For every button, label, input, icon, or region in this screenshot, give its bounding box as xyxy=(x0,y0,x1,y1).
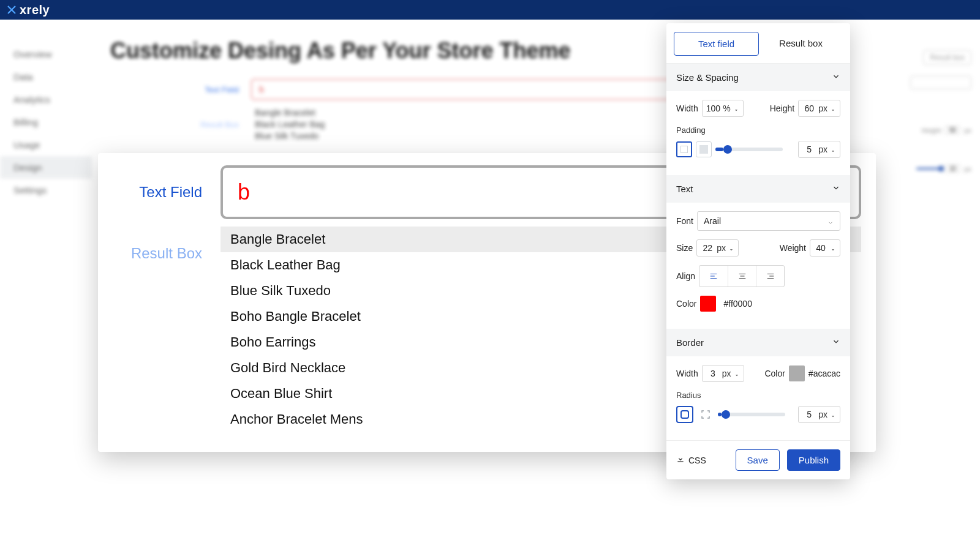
border-color-value: #acacac xyxy=(809,369,840,378)
height-input[interactable]: 60 px xyxy=(798,100,840,117)
sidebar-item-settings[interactable]: Settings xyxy=(0,179,92,201)
top-bar: xrely xyxy=(0,0,980,20)
chevron-down-icon xyxy=(832,184,840,194)
width-label: Width xyxy=(676,103,698,113)
download-css-button[interactable]: CSS xyxy=(676,455,706,465)
section-title: Size & Spacing xyxy=(676,72,739,83)
text-color-input[interactable]: #ff0000 xyxy=(720,296,755,312)
sidebar-item-data[interactable]: Data xyxy=(0,66,92,88)
padding-slider[interactable] xyxy=(715,148,783,151)
border-width-label: Width xyxy=(676,369,698,378)
chevron-down-icon xyxy=(832,337,840,348)
radius-mode-all[interactable] xyxy=(676,406,693,423)
settings-panel: Text field Result box Size & Spacing Wid… xyxy=(666,23,850,479)
text-color-swatch[interactable] xyxy=(700,296,716,312)
color-label: Color xyxy=(676,299,696,309)
sidebar-item-overview[interactable]: Overview xyxy=(0,43,92,66)
section-title: Border xyxy=(676,337,704,348)
weight-label: Weight xyxy=(780,243,806,253)
brand-text: xrely xyxy=(20,3,50,17)
back-height-label: Height xyxy=(922,127,941,134)
border-width-input[interactable]: 3 px xyxy=(702,365,744,382)
section-text[interactable]: Text xyxy=(666,175,850,203)
align-right-button[interactable] xyxy=(756,266,784,287)
padding-input[interactable]: 5 px xyxy=(798,141,840,158)
caret-down-icon xyxy=(734,370,740,377)
panel-tabs: Text field Result box xyxy=(666,23,850,64)
brand-logo: xrely xyxy=(6,3,50,17)
preview-label-resultbox: Result Box xyxy=(98,227,221,262)
back-height-value xyxy=(944,126,960,134)
section-size-spacing[interactable]: Size & Spacing xyxy=(666,64,850,91)
sidebar-item-analytics[interactable]: Analytics xyxy=(0,88,92,111)
padding-mode-all[interactable] xyxy=(676,141,692,157)
save-button[interactable]: Save xyxy=(736,449,780,471)
font-select[interactable]: Arail xyxy=(697,211,840,231)
tab-result-box[interactable]: Result box xyxy=(759,32,843,56)
section-border[interactable]: Border xyxy=(666,329,850,356)
sidebar: Overview Data Analytics Billing Usage De… xyxy=(0,32,92,212)
back-label-textfield: Text Field xyxy=(172,85,239,94)
panel-footer: CSS Save Publish xyxy=(666,440,850,479)
sidebar-item-billing[interactable]: Billing xyxy=(0,111,92,133)
radius-input[interactable]: 5 px xyxy=(798,406,840,423)
preview-label-textfield: Text Field xyxy=(98,165,221,201)
align-center-button[interactable] xyxy=(728,266,756,287)
chevron-down-icon xyxy=(827,218,834,224)
sidebar-item-usage[interactable]: Usage xyxy=(0,133,92,156)
back-label-resultbox: Result Box xyxy=(172,120,239,129)
border-color-label: Color xyxy=(764,369,785,378)
sidebar-item-design[interactable]: Design xyxy=(0,156,92,179)
chevron-down-icon xyxy=(832,72,840,83)
back-height-unit: px xyxy=(964,127,971,134)
padding-mode-individual[interactable] xyxy=(696,141,712,157)
align-label: Align xyxy=(676,271,695,281)
caret-down-icon xyxy=(733,105,739,111)
section-title: Text xyxy=(676,184,693,194)
size-input[interactable]: 22 px xyxy=(696,239,739,257)
weight-input[interactable]: 40 xyxy=(810,239,840,257)
publish-button[interactable]: Publish xyxy=(787,449,840,471)
size-label: Size xyxy=(676,243,693,253)
caret-down-icon xyxy=(830,105,836,111)
back-tab-resultbox: Result box xyxy=(923,50,971,65)
back-right-stub: Result box Height px px xyxy=(886,50,971,173)
font-label: Font xyxy=(676,216,693,226)
caret-down-icon xyxy=(830,411,836,418)
align-left-button[interactable] xyxy=(699,266,728,287)
back-pad-unit: px xyxy=(964,165,971,173)
radius-label: Radius xyxy=(676,391,840,400)
svg-rect-0 xyxy=(681,411,688,418)
tab-text-field[interactable]: Text field xyxy=(674,32,759,56)
padding-label: Padding xyxy=(676,126,840,135)
caret-down-icon xyxy=(830,146,836,152)
radius-slider[interactable] xyxy=(718,413,785,416)
height-label: Height xyxy=(770,103,794,113)
width-input[interactable]: 100 % xyxy=(702,100,744,117)
back-pad-value xyxy=(944,165,960,173)
caret-down-icon xyxy=(830,245,836,251)
border-color-swatch[interactable] xyxy=(789,365,805,381)
caret-down-icon xyxy=(728,245,734,251)
radius-mode-individual[interactable] xyxy=(697,406,714,423)
download-icon xyxy=(676,455,685,465)
